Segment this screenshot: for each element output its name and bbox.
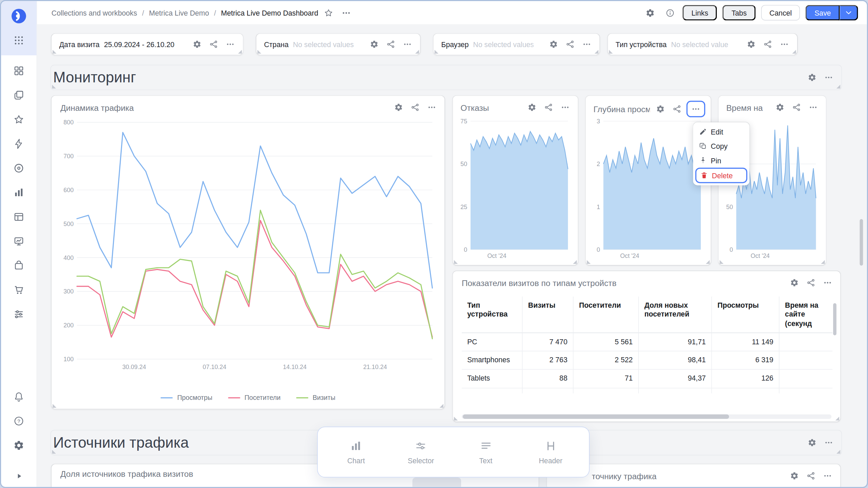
breadcrumb-workbook[interactable]: Metrica Live Demo [149, 8, 209, 17]
column-header[interactable]: Тип устройства [462, 297, 523, 333]
legend-swatch [161, 397, 173, 398]
sidebar-collapse-button[interactable] [15, 472, 23, 483]
widget-settings-button[interactable] [787, 276, 802, 289]
breadcrumb-collections[interactable]: Collections and workbooks [52, 8, 137, 17]
charts-icon [13, 187, 24, 198]
widget-links-button[interactable] [563, 38, 577, 51]
column-header[interactable]: Просмотры [712, 297, 780, 333]
sidebar-item-datasets[interactable] [11, 160, 27, 176]
widget-settings-button[interactable] [805, 436, 819, 449]
widget-settings-button[interactable] [391, 101, 406, 114]
widget-links-button[interactable] [804, 276, 818, 289]
ellipsis-icon [691, 105, 700, 114]
sidebar-logo-area [1, 1, 36, 55]
widget-settings-button[interactable] [546, 38, 560, 51]
sidebar-item-help[interactable] [11, 413, 27, 429]
widget-settings-button[interactable] [367, 38, 381, 51]
info-button[interactable] [663, 5, 677, 20]
widget-links-button[interactable] [670, 102, 684, 116]
add-chart-button[interactable]: Chart [330, 440, 383, 464]
widget-more-button[interactable] [400, 38, 414, 51]
all-services-button[interactable] [11, 33, 27, 48]
add-selector-button[interactable]: Selector [394, 440, 448, 464]
breadcrumb-dashboard: Metrica Live Demo Dashboard [221, 8, 318, 17]
widget-more-button[interactable] [425, 101, 439, 114]
cancel-button[interactable]: Cancel [761, 5, 800, 21]
dashboards-icon [13, 236, 24, 247]
widget-settings-button[interactable] [787, 469, 802, 482]
sidebar-item-tables[interactable] [11, 209, 27, 225]
table-vertical-scrollbar[interactable] [833, 303, 836, 336]
widget-more-button[interactable] [223, 38, 237, 51]
page-vertical-scrollbar[interactable] [860, 219, 863, 266]
sidebar-item-notifications[interactable] [11, 389, 27, 405]
widget-more-button[interactable] [579, 38, 594, 51]
legend-item-visits[interactable]: Визиты [296, 394, 335, 402]
legend-item-visitors[interactable]: Посетители [228, 394, 280, 402]
widget-more-button[interactable] [821, 276, 835, 289]
play-arrow-icon [15, 472, 23, 480]
widget-links-button[interactable] [789, 101, 804, 114]
add-header-button[interactable]: Header [524, 440, 577, 464]
widget-settings-button[interactable] [525, 101, 539, 114]
scrollbar-thumb[interactable] [463, 414, 729, 419]
widget-more-button[interactable] [806, 101, 820, 114]
datalens-logo[interactable] [11, 8, 27, 24]
sidebar-item-dashboards[interactable] [11, 233, 27, 249]
column-header[interactable]: Доля новых посетителей [639, 297, 712, 333]
widget-links-button[interactable] [408, 101, 422, 114]
widget-links-button[interactable] [761, 38, 775, 51]
widget-settings-button[interactable] [653, 102, 668, 116]
sidebar-item-quick-start[interactable] [11, 136, 27, 152]
sidebar-item-services[interactable] [11, 306, 27, 322]
widget-links-button[interactable] [541, 101, 556, 114]
save-button[interactable]: Save [806, 5, 840, 21]
help-icon [13, 415, 24, 427]
dashboard-settings-button[interactable] [643, 5, 657, 20]
widget-links-button[interactable] [383, 38, 398, 51]
table-horizontal-scrollbar[interactable] [462, 414, 832, 419]
widget-more-button[interactable] [558, 101, 572, 114]
widget-more-button[interactable] [821, 469, 835, 482]
sidebar-item-collections[interactable] [11, 87, 27, 103]
column-header[interactable]: Посетители [573, 297, 639, 333]
svg-text:100: 100 [63, 356, 74, 363]
widget-more-button[interactable] [686, 101, 705, 117]
column-header[interactable]: Визиты [522, 297, 573, 333]
widget-links-button[interactable] [206, 38, 221, 51]
breadcrumb-more-button[interactable] [339, 5, 354, 20]
menu-item-edit[interactable]: Edit [695, 124, 747, 139]
table-row-clipped [462, 388, 833, 393]
device-type-select[interactable]: No selected value [671, 40, 739, 48]
menu-item-copy[interactable]: Copy [695, 139, 747, 153]
country-select[interactable]: No selected values [293, 40, 362, 48]
sidebar-item-marketplace[interactable] [11, 282, 27, 298]
sidebar-item-settings[interactable] [11, 438, 27, 453]
favorite-star-button[interactable] [321, 5, 336, 20]
column-header[interactable]: Время на сайте (секунд [780, 297, 833, 333]
save-options-button[interactable] [840, 5, 858, 21]
widget-settings-button[interactable] [190, 38, 204, 51]
widget-more-button[interactable] [777, 38, 791, 51]
star-icon [324, 8, 334, 18]
add-text-button[interactable]: Text [459, 440, 512, 464]
sidebar-item-navigation[interactable] [11, 63, 27, 79]
widget-settings-button[interactable] [773, 101, 787, 114]
menu-item-pin[interactable]: Pin [695, 153, 747, 167]
clipped-widget-element [412, 477, 461, 487]
legend-item-views[interactable]: Просмотры [161, 394, 213, 402]
date-range-value[interactable]: 25.09.2024 - 26.10.20 [104, 40, 185, 48]
widget-settings-button[interactable] [744, 38, 758, 51]
sidebar-item-storage[interactable] [11, 258, 27, 273]
tabs-button[interactable]: Tabs [723, 5, 755, 21]
menu-item-delete[interactable]: Delete [695, 168, 747, 183]
sidebar-item-favorites[interactable] [11, 112, 27, 127]
sidebar-item-charts[interactable] [11, 185, 27, 200]
links-icon [807, 278, 815, 287]
widget-more-button[interactable] [822, 436, 836, 449]
widget-links-button[interactable] [804, 469, 818, 482]
browser-select[interactable]: No selected values [473, 40, 542, 48]
links-button[interactable]: Links [683, 5, 717, 21]
widget-settings-button[interactable] [805, 71, 819, 84]
widget-more-button[interactable] [822, 71, 836, 84]
